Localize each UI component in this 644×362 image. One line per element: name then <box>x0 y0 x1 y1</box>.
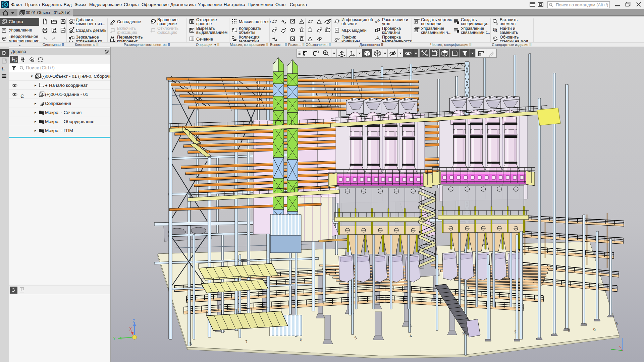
svg-text:5:2: 5:2 <box>14 60 17 62</box>
svg-text:?: ? <box>378 19 380 22</box>
svg-text:1:1: 1:1 <box>14 57 17 59</box>
svg-text:Y: Y <box>113 336 116 341</box>
svg-text:Z: Z <box>132 319 135 323</box>
svg-text:?: ? <box>338 19 340 22</box>
svg-text:X: X <box>129 327 132 331</box>
svg-text:?: ? <box>377 36 379 39</box>
